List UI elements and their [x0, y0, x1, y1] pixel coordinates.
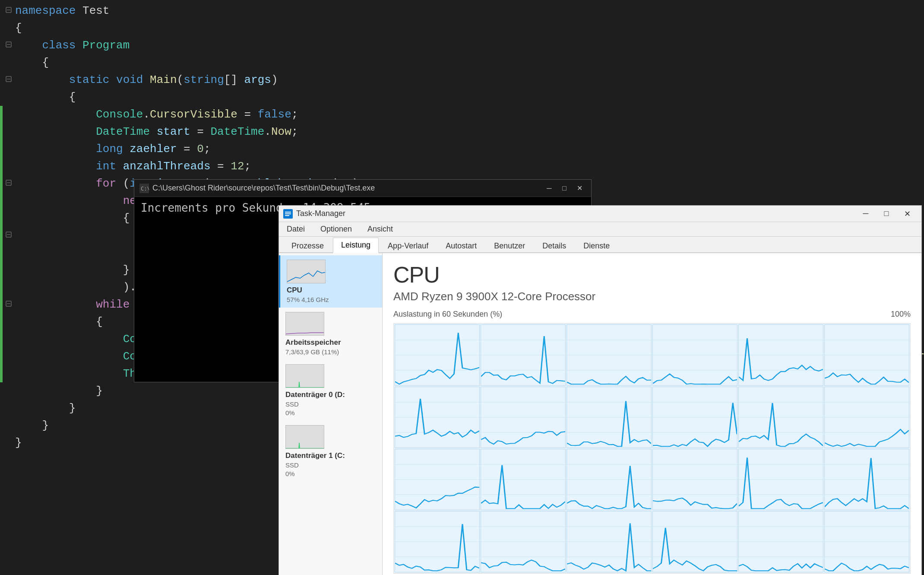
tm-menu-datei[interactable]: Datei	[283, 223, 308, 235]
console-title-buttons: ─ □ ✕	[543, 183, 586, 194]
collapse-arrow[interactable]	[4, 71, 13, 89]
console-app-icon: C:\	[139, 184, 149, 193]
cpu-core-graph	[395, 449, 480, 510]
code-line: static void Main(string[] args)	[4, 71, 924, 89]
console-title-left: C:\ C:\Users\Ghost Rider\source\repos\Te…	[139, 184, 375, 193]
cpu-graph-container	[393, 323, 911, 574]
tab-autostart[interactable]: Autostart	[437, 238, 485, 253]
tm-sidebar-item-name: Arbeitsspeicher	[285, 338, 376, 347]
tm-sidebar-item-detail2: 0%	[285, 470, 376, 477]
tm-sidebar-item-detail2: 57% 4,16 GHz	[287, 296, 376, 303]
code-content: DateTime start = DateTime.Now;	[13, 123, 924, 140]
code-content: long zaehler = 0;	[13, 140, 924, 158]
tm-sidebar-item[interactable]: Arbeitsspeicher7,3/63,9 GB (11%)	[279, 308, 382, 360]
code-content: namespace Test	[13, 2, 924, 19]
tm-main-header: CPU AMD Ryzen 9 3900X 12-Core Processor	[393, 262, 911, 303]
tm-menubar: Datei Optionen Ansicht	[279, 222, 921, 237]
console-title-text: C:\Users\Ghost Rider\source\repos\Test\T…	[152, 184, 375, 193]
cpu-core-graph	[395, 324, 480, 386]
code-content: static void Main(string[] args)	[13, 71, 924, 89]
tm-title-text: Task-Manager	[296, 209, 345, 218]
cpu-core-graph	[395, 387, 480, 448]
cpu-core-graph	[824, 387, 909, 448]
code-line: Console.CursorVisible = false;	[4, 106, 924, 123]
cpu-core-graph	[824, 324, 909, 386]
tm-titlebar: Task-Manager ─ □ ✕	[279, 206, 921, 222]
tm-main: CPU AMD Ryzen 9 3900X 12-Core Processor …	[383, 253, 921, 575]
cpu-core-graph	[652, 511, 737, 572]
code-line: {	[4, 89, 924, 106]
task-manager-icon	[283, 209, 293, 219]
cpu-core-graph	[566, 387, 652, 448]
cpu-core-graph	[824, 511, 909, 572]
code-content: Console.CursorVisible = false;	[13, 106, 924, 123]
collapse-arrow[interactable]	[4, 227, 13, 244]
console-maximize-button[interactable]: □	[558, 183, 571, 194]
tab-dienste[interactable]: Dienste	[575, 238, 618, 253]
tm-sidebar-item-detail2: 7,3/63,9 GB (11%)	[285, 348, 376, 356]
console-minimize-button[interactable]: ─	[543, 183, 556, 194]
tm-title-left: Task-Manager	[283, 209, 345, 219]
tm-sidebar-item[interactable]: Datenträger 1 (C:SSD0%	[279, 421, 382, 482]
code-content: {	[13, 19, 924, 37]
code-content: int anzahlThreads = 12;	[13, 158, 924, 175]
tm-minimize-button[interactable]: ─	[856, 207, 876, 221]
cpu-core-graph	[652, 449, 737, 510]
tm-menu-optionen[interactable]: Optionen	[317, 223, 355, 235]
code-line: int anzahlThreads = 12;	[4, 158, 924, 175]
tm-sidebar-item-name: Datenträger 1 (C:	[285, 451, 376, 460]
cpu-core-graph	[652, 387, 737, 448]
svg-rect-16	[285, 213, 291, 214]
code-line: class Program	[4, 37, 924, 54]
cpu-model: AMD Ryzen 9 3900X 12-Core Processor	[393, 290, 595, 303]
cpu-util-label: Auslastung in 60 Sekunden (%)	[393, 310, 502, 319]
cpu-core-graph	[738, 387, 823, 448]
cpu-core-graph	[738, 449, 823, 510]
tab-benutzer[interactable]: Benutzer	[486, 238, 533, 253]
cpu-info: CPU AMD Ryzen 9 3900X 12-Core Processor	[393, 262, 595, 303]
tm-sidebar-thumb	[287, 260, 326, 283]
tm-sidebar-item-detail: SSD	[285, 461, 376, 469]
console-close-button[interactable]: ✕	[573, 183, 586, 194]
svg-rect-15	[285, 212, 291, 213]
collapse-arrow[interactable]	[4, 2, 13, 19]
svg-text:C:\: C:\	[141, 186, 149, 192]
code-line: long zaehler = 0;	[4, 140, 924, 158]
tm-menu-ansicht[interactable]: Ansicht	[364, 223, 396, 235]
tm-sidebar: CPU57% 4,16 GHz Arbeitsspeicher7,3/63,9 …	[279, 253, 383, 575]
cpu-core-graph	[395, 511, 480, 572]
cpu-core-graph	[481, 324, 566, 386]
tm-sidebar-thumb	[285, 364, 324, 388]
cpu-title: CPU	[393, 262, 595, 288]
tab-app-verlauf[interactable]: App-Verlauf	[380, 238, 437, 253]
cpu-core-graph	[824, 449, 909, 510]
tab-prozesse[interactable]: Prozesse	[283, 238, 332, 253]
tm-sidebar-item[interactable]: Datenträger 0 (D:SSD0%	[279, 360, 382, 421]
collapse-arrow[interactable]	[4, 296, 13, 313]
tm-close-button[interactable]: ✕	[897, 207, 917, 221]
code-line: {	[4, 19, 924, 37]
tm-sidebar-thumb	[285, 425, 324, 449]
tm-maximize-button[interactable]: □	[877, 207, 896, 221]
collapse-arrow[interactable]	[4, 175, 13, 192]
cpu-core-graph	[481, 511, 566, 572]
cpu-core-graph	[481, 387, 566, 448]
tab-details[interactable]: Details	[534, 238, 574, 253]
tm-sidebar-item[interactable]: CPU57% 4,16 GHz	[279, 255, 382, 308]
cpu-util-pct: 100%	[891, 310, 911, 321]
cpu-core-graph	[566, 511, 652, 572]
collapse-arrow[interactable]	[4, 37, 13, 54]
tm-tabs: Prozesse Leistung App-Verlauf Autostart …	[279, 237, 921, 253]
cpu-core-graph	[738, 324, 823, 386]
execution-indicator	[0, 106, 3, 382]
tm-content: CPU57% 4,16 GHz Arbeitsspeicher7,3/63,9 …	[279, 253, 921, 575]
tab-leistung[interactable]: Leistung	[333, 238, 379, 253]
code-content: {	[13, 89, 924, 106]
tm-sidebar-item-name: Datenträger 0 (D:	[285, 391, 376, 399]
code-content: class Program	[13, 37, 924, 54]
cpu-core-graph	[652, 324, 737, 386]
svg-rect-19	[286, 312, 324, 336]
tm-title-buttons: ─ □ ✕	[856, 207, 917, 221]
svg-rect-20	[286, 365, 324, 388]
tm-sidebar-item-name: CPU	[287, 286, 376, 295]
